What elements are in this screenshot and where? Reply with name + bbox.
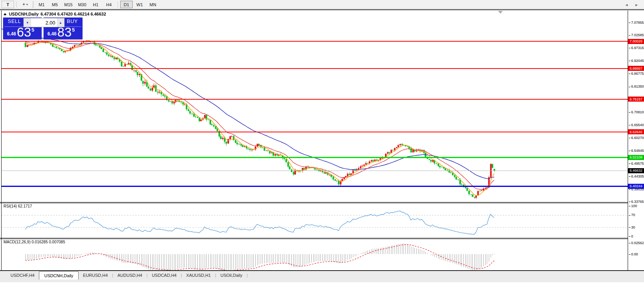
sell-price-big: 63 (17, 26, 31, 38)
chart-tab-usdcad-h4[interactable]: USDCAD,H4 (147, 272, 181, 279)
resistance-price-badge: 6.62646 (628, 129, 644, 134)
timeframe-button-w1[interactable]: W1 (133, 1, 146, 8)
timeframe-button-m1[interactable]: M1 (35, 1, 48, 8)
toolbar: T ✦ ▾ M1M5M15M30H1H4D1W1MN (0, 0, 644, 10)
chart-title: ▲ USDCNH,Daily 6.47304 6.47420 6.46214 6… (3, 12, 106, 16)
sell-price-sup: 5 (32, 27, 34, 33)
chart-symbol-label: USDCNH,Daily (9, 12, 39, 16)
rsi-axis-tick: 100 (629, 204, 644, 208)
panel-separator (0, 239, 628, 239)
current-price-line (2, 171, 628, 171)
buy-price: 6.46 83 5 (47, 26, 75, 38)
rsi-value: 62.1717 (18, 204, 32, 208)
price-axis-line (628, 11, 628, 274)
volume-spinner: ▼ ▲ (23, 18, 65, 27)
rsi-axis-tick: 70 (629, 213, 644, 217)
price-axis-tick: 6.81350 (629, 84, 644, 88)
buy-price-sup: 5 (72, 27, 75, 33)
price-axis-tick: 6.33765 (629, 200, 644, 204)
resistance-price-badge: 7.00029 (628, 39, 644, 44)
resistance-line[interactable] (2, 132, 628, 132)
chevron-down-icon: ▾ (26, 3, 28, 6)
candlestick-chart-canvas[interactable] (2, 11, 628, 202)
support-price-badge: 6.40244 (628, 184, 644, 189)
sell-price-base: 6.46 (7, 31, 16, 37)
price-axis-tick: 6.97315 (629, 46, 644, 50)
trading-platform-window: T ✦ ▾ M1M5M15M30H1H4D1W1MN ▲ USDCNH,Dail… (0, 0, 644, 292)
macd-main-value: 0.016285 (32, 240, 48, 244)
chart-marker-icon: ▲ (3, 12, 8, 16)
sell-price: 6.46 63 5 (7, 26, 34, 38)
tab-divider: | (247, 273, 248, 278)
buy-price-base: 6.46 (47, 31, 56, 37)
chart-tab-audusd-h4[interactable]: AUDUSD,H4 (113, 272, 147, 279)
chart-window: ▲ USDCNH,Daily 6.47304 6.47420 6.46214 6… (0, 10, 644, 280)
rsi-axis-tick: 0 (629, 234, 644, 238)
current-price-badge: 6.46632 (628, 168, 644, 173)
rsi-axis-tick: 30 (629, 225, 644, 229)
chart-tab-usdchf-h4[interactable]: USDCHF,H4 (6, 272, 39, 279)
chart-tab-xauusd-h1[interactable]: XAUUSD,H1 (182, 272, 215, 279)
style-icon: ✦ (22, 2, 25, 7)
volume-increase-button[interactable]: ▲ (57, 18, 64, 27)
price-axis-tick: 6.65540 (629, 123, 644, 127)
timeframe-button-m15[interactable]: M15 (62, 1, 75, 8)
macd-signal-value: 0.007085 (49, 240, 65, 244)
chart-tab-usoil-daily[interactable]: USOil,Daily (216, 272, 246, 279)
price-axis-tick: 6.49575 (629, 162, 644, 165)
scroll-position-marker-icon (498, 11, 503, 14)
rsi-name: RSI(14) (4, 204, 17, 208)
timeframe-button-d1[interactable]: D1 (120, 1, 133, 8)
text-tool-button[interactable]: T (2, 1, 14, 8)
timeframe-button-mn[interactable]: MN (147, 1, 159, 8)
panel-separator (0, 203, 628, 203)
resistance-price-badge: 6.88897 (628, 66, 644, 71)
price-axis-tick: 6.54845 (629, 149, 644, 153)
macd-indicator-canvas[interactable] (2, 239, 628, 273)
panel-separator[interactable] (0, 202, 628, 202)
macd-label: MACD(12,26,9) 0.016285 0.007085 (4, 240, 65, 244)
timeframe-button-m5[interactable]: M5 (49, 1, 61, 8)
buy-button[interactable]: BUY (67, 18, 78, 24)
toolbar-divider (16, 2, 17, 8)
panel-separator[interactable] (0, 238, 628, 238)
rsi-indicator-canvas[interactable] (2, 203, 628, 238)
chart-style-button[interactable]: ✦ ▾ (19, 1, 31, 8)
timeframe-bar: M1M5M15M30H1H4D1W1MN (35, 1, 160, 8)
tab-scroll-left-icon[interactable]: ◄ (625, 3, 628, 7)
volume-decrease-button[interactable]: ▼ (24, 18, 31, 27)
rsi-label: RSI(14) 62.1717 (4, 204, 32, 208)
resistance-line[interactable] (2, 41, 628, 42)
timeframe-button-h4[interactable]: H4 (103, 1, 115, 8)
macd-axis-tick: 0.025623 (629, 241, 644, 245)
sell-button[interactable]: SELL (8, 18, 21, 24)
resistance-price-badge: 6.76157 (628, 97, 644, 102)
support-price-badge: 6.52108 (628, 155, 644, 160)
timeframe-button-h1[interactable]: H1 (89, 1, 102, 8)
support-line[interactable] (2, 157, 628, 158)
chart-tab-bar: USDCHF,H4USDCNH,DailyEURUSD,H4|AUDUSD,H4… (0, 271, 644, 282)
tab-scroll-right-icon[interactable]: ► (635, 3, 639, 7)
support-line[interactable] (2, 186, 628, 187)
macd-axis-tick: 0.00 (629, 252, 644, 256)
price-axis-tick: 6.92045 (629, 59, 644, 63)
chart-ohlc-values: 6.47304 6.47420 6.46214 6.46632 (40, 12, 106, 16)
volume-input[interactable] (31, 18, 57, 27)
chart-tab-usdcnh-daily[interactable]: USDCNH,Daily (39, 271, 79, 280)
buy-price-big: 83 (57, 26, 72, 38)
timeframe-button-m30[interactable]: M30 (75, 1, 88, 8)
price-axis-tick: 6.60270 (629, 136, 644, 140)
toolbar-grip (32, 2, 34, 8)
price-axis-tick: 6.70810 (629, 110, 644, 114)
macd-name: MACD(12,26,9) (4, 240, 30, 244)
resistance-line[interactable] (2, 99, 628, 100)
chart-tab-eurusd-h4[interactable]: EURUSD,H4 (79, 272, 112, 279)
one-click-trading-widget: SELL 6.46 63 5 BUY 6.46 83 5 ▼ ▲ (3, 18, 82, 39)
price-axis-tick: 6.86775 (629, 72, 644, 76)
price-axis-tick: 6.44305 (629, 174, 644, 178)
tab-scroll-arrows: ◄ ► (625, 3, 639, 7)
price-axis-tick: 7.07855 (629, 21, 644, 25)
price-axis-tick: 7.02585 (629, 33, 644, 37)
resistance-line[interactable] (2, 68, 628, 69)
